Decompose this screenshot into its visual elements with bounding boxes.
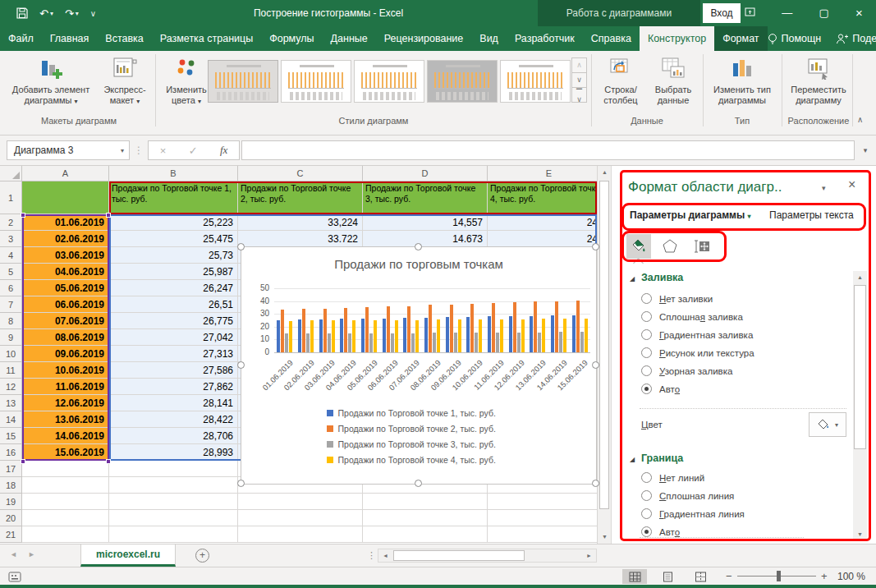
tab-Вставка[interactable]: Вставка (97, 26, 151, 51)
bar-series[interactable] (513, 302, 516, 352)
bar-series[interactable] (411, 333, 415, 352)
bar-series[interactable] (424, 318, 428, 352)
bar-series[interactable] (492, 303, 495, 352)
bar-series[interactable] (580, 332, 584, 352)
cell-A18[interactable] (22, 477, 109, 494)
row-header-13[interactable]: 13 (0, 395, 22, 411)
bar-series[interactable] (458, 319, 461, 352)
cell-B3[interactable]: 25,475 (109, 231, 238, 247)
column-header-D[interactable]: D (363, 166, 488, 181)
enter-button[interactable]: ✓ (189, 145, 198, 157)
chart-selection-handle[interactable] (415, 480, 422, 487)
quick-layout-button[interactable]: Экспресс- макет ▾ (99, 54, 151, 107)
bar-series[interactable] (576, 301, 580, 352)
row-header-16[interactable]: 16 (0, 444, 22, 461)
cell-B20[interactable] (109, 510, 238, 526)
fill-and-line-button[interactable] (626, 234, 651, 259)
tab-Конструктор[interactable]: Конструктор (640, 26, 714, 51)
cell-A10[interactable]: 09.06.2019 (22, 346, 109, 362)
fill-option-рисунок-или-текстура[interactable]: Рисунок или текстура (641, 347, 754, 358)
row-header-18[interactable]: 18 (0, 477, 22, 494)
cell-B4[interactable]: 25,73 (109, 247, 238, 264)
bar-series[interactable] (415, 320, 419, 352)
row-header-1[interactable]: 1 (0, 181, 22, 214)
legend-item[interactable]: Продажи по Торговой точке 2, тыс. руб. (327, 424, 511, 434)
tab-Разметка страницы[interactable]: Разметка страницы (152, 26, 261, 51)
row-header-17[interactable]: 17 (0, 461, 22, 477)
cell-B17[interactable] (109, 461, 238, 477)
add-sheet-button[interactable]: + (195, 549, 209, 563)
next-sheet-button[interactable]: ► (28, 550, 35, 558)
name-box[interactable]: Диаграмма 3 ▾ (7, 140, 130, 160)
cell-B10[interactable]: 27,313 (109, 346, 238, 362)
cell-E3[interactable]: 24,4 (488, 231, 597, 247)
bar-series[interactable] (521, 319, 525, 352)
bar-series[interactable] (500, 319, 503, 352)
select-all-button[interactable] (0, 166, 22, 181)
fill-option-нет-заливки[interactable]: Нет заливки (641, 293, 713, 304)
cell-B14[interactable]: 28,422 (109, 411, 238, 428)
cell-E20[interactable] (488, 510, 597, 526)
bar-series[interactable] (310, 320, 314, 352)
bar-series[interactable] (344, 308, 347, 352)
bar-series[interactable] (563, 319, 566, 352)
cell-B13[interactable]: 28,141 (109, 395, 238, 411)
chart-selection-handle[interactable] (237, 361, 245, 369)
legend-item[interactable]: Продажи по Торговой точке 3, тыс. руб. (327, 439, 511, 449)
border-section-header[interactable]: Граница (641, 452, 683, 464)
border-option-авто[interactable]: Авто (641, 526, 680, 537)
close-button[interactable]: × (855, 0, 863, 26)
cell-E1[interactable]: Продажи по Торговой точке 4, тыс. руб. (488, 181, 597, 214)
fill-option-авто[interactable]: Авто (641, 384, 680, 394)
bar-series[interactable] (281, 310, 284, 352)
bar-series[interactable] (328, 333, 331, 352)
legend-item[interactable]: Продажи по Торговой точке 4, тыс. руб. (327, 455, 511, 465)
cell-B21[interactable] (109, 526, 238, 543)
chart-style-4[interactable] (427, 60, 498, 103)
cell-D1[interactable]: Продажи по Торговой точке 3, тыс. руб. (363, 181, 488, 214)
zoom-in-button[interactable]: + (821, 570, 828, 582)
bar-series[interactable] (542, 319, 545, 352)
gallery-more-button[interactable]: ▔∨ (571, 87, 587, 103)
tab-Файл[interactable]: Файл (0, 26, 42, 51)
undo-button[interactable]: ↶▾ (39, 7, 53, 20)
pane-scroll-thumb[interactable] (854, 285, 866, 449)
switch-row-column-button[interactable]: Строка/ столбец (596, 54, 645, 106)
bar-series[interactable] (277, 320, 280, 352)
tab-splitter[interactable]: ⋮ (367, 550, 376, 561)
scroll-right-button[interactable]: ► (582, 549, 596, 563)
save-button[interactable] (16, 7, 28, 19)
fill-section-header[interactable]: Заливка (641, 272, 683, 283)
chart-style-2[interactable] (281, 60, 351, 103)
row-header-20[interactable]: 20 (0, 510, 22, 526)
vertical-scroll-thumb[interactable] (599, 181, 609, 509)
bar-series[interactable] (306, 333, 310, 352)
page-layout-view-button[interactable] (655, 569, 680, 584)
vertical-scrollbar[interactable]: ▲ ▼ (597, 166, 611, 544)
bar-series[interactable] (479, 319, 482, 352)
ribbon-display-options-button[interactable] (745, 0, 755, 26)
bar-series[interactable] (475, 333, 478, 352)
chart-selection-handle[interactable] (237, 480, 245, 487)
bar-series[interactable] (374, 320, 377, 352)
row-header-15[interactable]: 15 (0, 428, 22, 444)
name-box-splitter[interactable]: ⋮ (130, 145, 148, 156)
cell-B5[interactable]: 25,987 (109, 264, 238, 280)
fill-option-узорная-заливка[interactable]: Узорная заливка (641, 365, 732, 376)
cell-C1[interactable]: Продажи по Торговой точке 2, тыс. руб. (238, 181, 363, 214)
row-header-10[interactable]: 10 (0, 346, 22, 362)
tab-Справка[interactable]: Справка (583, 26, 640, 51)
cell-C19[interactable] (238, 494, 363, 510)
bar-series[interactable] (391, 333, 394, 352)
bar-series[interactable] (319, 319, 323, 352)
chart-style-1[interactable] (208, 60, 278, 103)
page-break-view-button[interactable] (688, 569, 713, 584)
cancel-button[interactable]: × (160, 145, 167, 157)
bar-series[interactable] (361, 319, 365, 352)
cell-A11[interactable]: 10.06.2019 (22, 362, 109, 379)
chart-selection-handle[interactable] (592, 361, 599, 369)
minimize-button[interactable]: — (782, 0, 792, 26)
scroll-down-button[interactable]: ▼ (598, 531, 612, 544)
column-header-A[interactable]: A (22, 166, 109, 181)
chart-object[interactable]: Продажи по торговым точкам 0102030405001… (241, 246, 597, 485)
